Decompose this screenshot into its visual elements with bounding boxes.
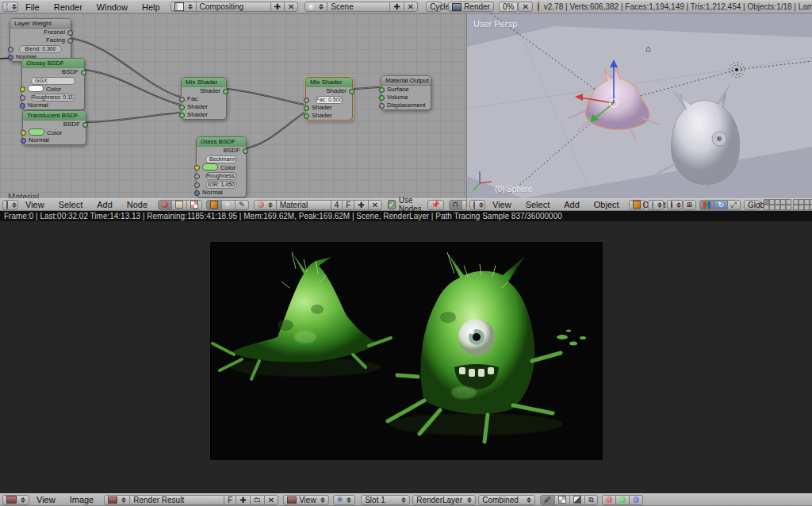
menu-render[interactable]: Render [47, 2, 90, 12]
unlink-material-button[interactable]: ✕ [368, 200, 382, 210]
tree-type-compositing-button[interactable] [171, 200, 187, 210]
node-title[interactable]: Translucent BSDF [23, 111, 86, 121]
render-layer-dropdown[interactable]: RenderLayer [412, 495, 476, 505]
roughness-slider[interactable]: Roughness: 0.300 [205, 172, 237, 180]
editor-type-button[interactable] [2, 200, 18, 210]
shader-type-linestyle-button[interactable]: ✎ [235, 200, 249, 210]
image-editor-region[interactable] [0, 221, 812, 493]
node-title[interactable]: Glossy BSDF [22, 59, 84, 68]
socket-normal-in[interactable] [194, 190, 200, 196]
socket-surface-in[interactable] [379, 87, 385, 93]
screen-layout-name[interactable]: Compositing [196, 2, 271, 12]
distribution-dropdown[interactable]: GGX [31, 77, 75, 85]
fake-user-button[interactable]: F [342, 200, 354, 210]
pivot-dropdown[interactable]: ❋ [333, 495, 356, 505]
ior-slider[interactable]: IOR: 1.450 [205, 181, 237, 189]
delete-scene-button[interactable]: ✕ [404, 2, 418, 12]
menu-view[interactable]: View [18, 200, 52, 209]
add-layout-button[interactable]: ✚ [270, 2, 285, 12]
tree-type-shader-button[interactable] [158, 200, 172, 210]
socket-ior-in[interactable] [194, 182, 200, 188]
pin-button[interactable]: 📌 [427, 200, 444, 210]
fac-slider[interactable]: Fac: 0.500 [315, 96, 343, 104]
menu-image[interactable]: Image [63, 495, 102, 504]
material-browse-button[interactable] [254, 200, 277, 210]
socket-roughness-in[interactable] [20, 95, 25, 101]
socket-fac-in[interactable] [304, 98, 309, 103]
viewport-shading-dropdown[interactable] [648, 200, 664, 210]
menu-view[interactable]: View [29, 495, 63, 504]
delete-layout-button[interactable]: ✕ [284, 2, 298, 12]
socket-normal-in[interactable] [21, 138, 26, 144]
node-glossy-bsdf[interactable]: Glossy BSDF BSDF GGX Color Roughness: 0.… [21, 58, 85, 110]
snap-toggle-button[interactable]: ⊓ [449, 200, 462, 210]
socket-shader-out[interactable] [349, 89, 354, 94]
socket-fac-in[interactable] [179, 97, 185, 102]
socket-roughness-in[interactable] [194, 174, 200, 179]
layers-grid-1[interactable] [764, 199, 791, 210]
socket-displacement-in[interactable] [379, 103, 385, 109]
socket-shader2-in[interactable] [304, 113, 309, 119]
add-scene-button[interactable]: ✚ [389, 2, 404, 12]
socket-color-in[interactable] [20, 86, 25, 92]
node-glass-bsdf[interactable]: Glass BSDF BSDF Beckmann Color Roughness… [196, 136, 247, 197]
image-browse-button[interactable] [104, 495, 130, 505]
socket-facing-out[interactable] [67, 38, 73, 44]
mode-dropdown[interactable]: Object Mode [629, 200, 645, 210]
red-channel-button[interactable] [602, 495, 616, 505]
node-title[interactable]: Material Output [381, 76, 431, 86]
color-swatch[interactable] [29, 128, 44, 136]
menu-select[interactable]: Select [52, 200, 90, 209]
distribution-dropdown[interactable]: Beckmann [205, 155, 237, 163]
open-image-button[interactable]: 🗀 [250, 495, 265, 505]
socket-normal-in[interactable] [20, 103, 25, 109]
socket-bsdf-out[interactable] [243, 148, 248, 154]
roughness-slider[interactable]: Roughness: 0.117 [31, 94, 75, 102]
scene-icon-button[interactable] [304, 2, 327, 12]
green-channel-button[interactable] [615, 495, 630, 505]
editor-type-button[interactable] [469, 200, 485, 210]
socket-bsdf-out[interactable] [81, 70, 86, 75]
color-swatch[interactable] [28, 85, 44, 92]
view-mode-dropdown[interactable]: View [283, 495, 329, 505]
menu-view[interactable]: View [485, 200, 519, 209]
new-image-button[interactable]: ✚ [236, 495, 250, 505]
layers-grid-2[interactable] [793, 199, 812, 210]
blend-slider[interactable]: Blend: 0.300 [19, 45, 62, 53]
scene-name[interactable]: Scene [327, 2, 390, 12]
render-pass-dropdown[interactable]: Combined [478, 495, 535, 505]
cancel-render-button[interactable]: ✕ [518, 2, 532, 12]
menu-node[interactable]: Node [120, 200, 155, 209]
menu-help[interactable]: Help [135, 2, 167, 12]
editor-type-button[interactable]: i [2, 2, 18, 12]
menu-object[interactable]: Object [587, 200, 626, 209]
node-title[interactable]: Layer Weight [10, 19, 71, 29]
manipulator-scale-button[interactable]: ⤢ [727, 200, 741, 210]
node-mix-shader-1[interactable]: Mix Shader Shader Fac Shader Shader [181, 77, 227, 120]
socket-blend-in[interactable] [8, 47, 13, 52]
render-engine-dropdown[interactable]: Cycles Render [426, 2, 442, 12]
transform-orientation-dropdown[interactable]: Global [744, 200, 760, 210]
shader-type-object-button[interactable] [206, 200, 222, 210]
socket-bsdf-out[interactable] [82, 122, 88, 128]
socket-color-in[interactable] [194, 165, 200, 171]
socket-normal-in[interactable] [8, 55, 13, 60]
copy-slot-button[interactable]: ⧉ [584, 495, 597, 505]
socket-shader2-in[interactable] [179, 113, 185, 118]
render-button[interactable]: Render [448, 2, 494, 12]
menu-file[interactable]: File [18, 2, 47, 12]
unlink-image-button[interactable]: ✕ [264, 495, 278, 505]
manipulator-translate-button[interactable] [699, 200, 714, 210]
socket-shader-out[interactable] [223, 89, 228, 94]
socket-volume-in[interactable] [379, 95, 385, 101]
alpha-checker-button[interactable] [554, 495, 570, 505]
viewport-3d-region[interactable]: ⌂ [466, 13, 812, 198]
fake-user-button[interactable]: F [224, 495, 236, 505]
socket-shader1-in[interactable] [179, 105, 185, 110]
node-title[interactable]: Mix Shader [306, 78, 352, 87]
node-layer-weight[interactable]: Layer Weight Fresnel Facing Blend: 0.300… [10, 18, 71, 62]
socket-fresnel-out[interactable] [67, 30, 73, 36]
image-paint-button[interactable]: 🖉 [540, 495, 555, 505]
socket-shader1-in[interactable] [304, 105, 309, 111]
shader-type-world-button[interactable] [221, 200, 236, 210]
